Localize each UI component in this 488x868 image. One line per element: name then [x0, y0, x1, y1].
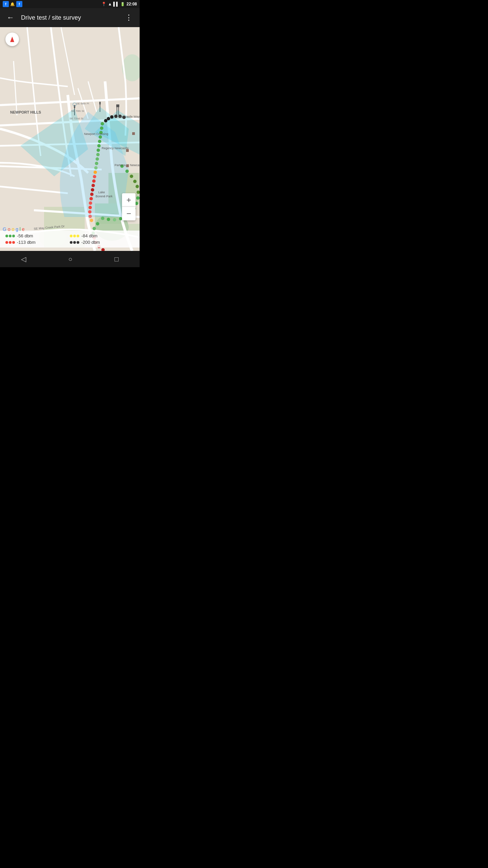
svg-point-53: [136, 185, 139, 188]
facebook2-icon: f: [16, 1, 22, 7]
back-button[interactable]: ←: [5, 12, 16, 23]
svg-point-46: [88, 210, 92, 214]
svg-point-36: [94, 166, 98, 170]
google-g2: g: [16, 226, 18, 232]
legend-dot: [5, 235, 8, 237]
nav-recent-button[interactable]: □: [106, 253, 127, 266]
zoom-in-button[interactable]: +: [122, 193, 136, 207]
legend-dots-84: [70, 235, 79, 237]
page-title: Drive test / site survey: [21, 14, 118, 21]
navigation-bar: ◁ ○ □: [0, 251, 140, 267]
svg-rect-19: [74, 105, 75, 108]
legend-item-84: -84 dbm: [70, 233, 134, 238]
svg-rect-90: [126, 164, 129, 167]
svg-point-63: [101, 217, 104, 220]
svg-point-62: [107, 218, 110, 221]
svg-point-64: [96, 222, 99, 225]
legend-dot: [77, 235, 79, 237]
svg-point-32: [97, 149, 100, 152]
legend-dot: [12, 235, 15, 237]
svg-text:Newport Crossing: Newport Crossing: [84, 132, 108, 136]
svg-text:SE 68th Pl: SE 68th Pl: [76, 102, 89, 105]
legend-label-84: -84 dbm: [81, 233, 98, 238]
svg-point-65: [93, 227, 96, 230]
svg-point-27: [100, 126, 103, 130]
wifi-icon: ▲: [108, 2, 112, 6]
nav-home-button[interactable]: ○: [60, 253, 80, 266]
notification-icon: 🔔: [10, 2, 15, 6]
svg-text:SE 72nd St: SE 72nd St: [69, 117, 83, 120]
svg-text:Borenē Park: Borenē Park: [96, 195, 113, 198]
legend-dot: [73, 235, 76, 237]
google-g: G: [3, 226, 6, 232]
legend: -56 dbm -84 dbm -113 dbm -200: [0, 231, 140, 248]
map-svg: NEWPORT HILLS Newcastle Way Newport Cros…: [0, 27, 140, 251]
overflow-menu-button[interactable]: ⋮: [124, 12, 134, 23]
signal-icon: ▌▌: [113, 2, 119, 6]
svg-rect-88: [132, 132, 135, 135]
svg-point-47: [88, 215, 92, 218]
svg-point-51: [130, 175, 133, 178]
svg-rect-22: [99, 102, 101, 104]
legend-item-200: -200 dbm: [70, 240, 134, 245]
legend-dot: [5, 241, 8, 244]
svg-point-71: [104, 119, 107, 122]
legend-dot: [9, 235, 12, 237]
svg-point-74: [114, 115, 118, 118]
svg-point-50: [125, 170, 129, 173]
google-logo: G o o g l e: [3, 226, 25, 232]
svg-point-61: [113, 218, 116, 221]
svg-point-30: [98, 140, 101, 143]
svg-point-43: [89, 197, 93, 200]
status-bar: f 🔔 f 📍 ▲ ▌▌ 🔋 22:08: [0, 0, 140, 8]
legend-dots-200: [70, 241, 79, 244]
legend-dot: [70, 241, 73, 244]
svg-point-29: [99, 135, 102, 139]
svg-point-38: [93, 175, 96, 178]
legend-dot: [12, 241, 15, 244]
legend-dots-113: [5, 241, 15, 244]
compass-button[interactable]: [5, 33, 19, 46]
svg-point-42: [90, 193, 94, 196]
svg-point-34: [96, 157, 99, 161]
facebook-icon: f: [3, 1, 9, 7]
map-container[interactable]: NEWPORT HILLS Newcastle Way Newport Cros…: [0, 27, 140, 251]
svg-rect-89: [126, 149, 129, 152]
zoom-out-button[interactable]: −: [122, 207, 136, 220]
svg-point-73: [110, 115, 114, 119]
legend-dot: [77, 241, 79, 244]
legend-item-113: -113 dbm: [5, 240, 70, 245]
battery-icon: 🔋: [120, 2, 125, 6]
legend-dot: [73, 241, 76, 244]
svg-point-31: [97, 144, 101, 147]
legend-item-56: -56 dbm: [5, 233, 70, 238]
svg-point-48: [90, 219, 93, 222]
status-bar-left: f 🔔 f: [3, 1, 22, 7]
svg-point-55: [136, 196, 140, 200]
app-bar: ← Drive test / site survey ⋮: [0, 8, 140, 27]
svg-rect-25: [116, 104, 119, 107]
svg-text:SE 70th St: SE 70th St: [71, 110, 84, 113]
svg-point-35: [95, 162, 98, 165]
svg-text:NEWPORT HILLS: NEWPORT HILLS: [10, 110, 41, 114]
svg-point-33: [96, 153, 100, 156]
svg-point-44: [89, 201, 92, 205]
nav-back-button[interactable]: ◁: [13, 252, 34, 266]
svg-point-72: [107, 117, 110, 120]
legend-dot: [70, 235, 73, 237]
legend-dots-56: [5, 235, 15, 237]
google-o2: o: [12, 226, 14, 232]
svg-point-45: [88, 206, 92, 209]
svg-point-41: [91, 188, 94, 192]
svg-text:Newcastle Way: Newcastle Way: [119, 115, 140, 118]
zoom-controls: + −: [122, 193, 136, 220]
legend-label-200: -200 dbm: [81, 240, 100, 245]
svg-point-37: [94, 171, 97, 174]
google-e: e: [22, 226, 25, 232]
compass-arrow-icon: [10, 37, 14, 42]
svg-point-39: [92, 179, 96, 183]
svg-text:Regency Newcastle: Regency Newcastle: [102, 146, 129, 150]
time-display: 22:08: [126, 2, 137, 6]
google-o1: o: [8, 226, 11, 232]
google-l: l: [20, 226, 21, 232]
